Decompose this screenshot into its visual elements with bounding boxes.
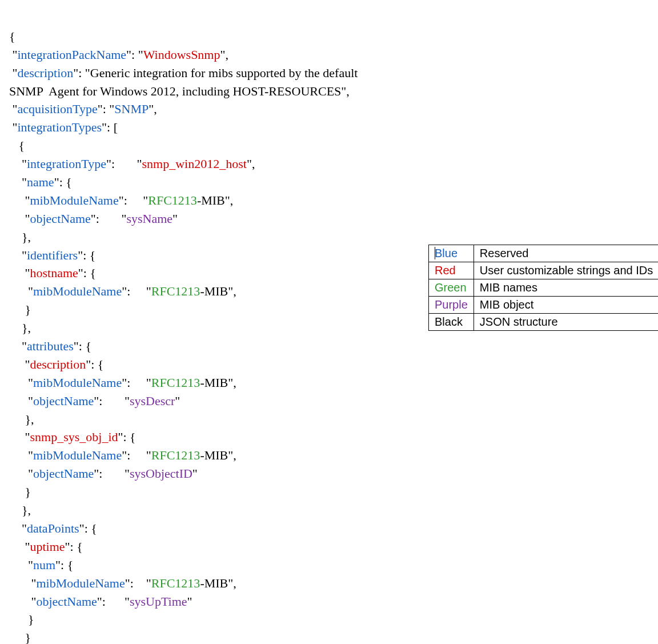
key-integrationPackName: integrationPackName [17,47,126,62]
legend-row-green: Green MIB names [429,279,659,297]
key-mibModuleName: mibModuleName [33,448,122,462]
key-uptime: uptime [30,539,65,554]
legend-row-red: Red User customizable strings and IDs [429,262,659,279]
val-sysObjectID: sysObjectID [130,466,192,481]
val-integrationType: snmp_win2012_host [142,157,247,171]
key-integrationTypes: integrationTypes [17,120,102,134]
val-mib: RFC1213 [151,576,200,590]
val-sysUpTime: sysUpTime [130,594,187,609]
key-num: num [33,558,55,572]
key-description-red: description [30,357,86,371]
key-name: name [27,175,54,189]
legend-desc: MIB names [474,279,658,297]
key-attributes: attributes [27,339,74,353]
legend-desc: User customizable strings and IDs [474,262,658,279]
legend-desc: MIB object [474,297,658,314]
val-mib: RFC1213 [148,193,197,207]
legend-color-label: Blue [429,245,474,262]
val-description-line2: SNMP Agent for Windows 2012, including H… [9,84,341,98]
legend-color-label: Purple [429,297,474,314]
key-snmp-sys-obj-id: snmp_sys_obj_id [30,430,118,444]
legend-row-purple: Purple MIB object [429,297,659,314]
legend-table: Blue Reserved Red User customizable stri… [428,245,658,331]
key-mibModuleName: mibModuleName [33,284,122,298]
key-hostname: hostname [30,266,78,280]
legend-color-label: Green [429,279,474,297]
legend-color-label: Black [429,314,474,331]
key-objectName: objectName [30,211,90,226]
val-integrationPackName: WindowsSnmp [143,47,220,62]
key-mibModuleName: mibModuleName [30,193,118,207]
key-integrationType: integrationType [27,157,106,171]
legend-desc: JSON structure [474,314,658,331]
key-dataPoints: dataPoints [27,521,79,535]
key-objectName: objectName [33,394,94,408]
val-sysDescr: sysDescr [130,394,175,408]
key-description: description [17,66,73,80]
key-mibModuleName: mibModuleName [36,576,125,590]
val-mib: RFC1213 [151,448,200,462]
val-sysName: sysName [126,211,172,226]
legend-row-blue: Blue Reserved [429,245,659,262]
legend-row-black: Black JSON structure [429,314,659,331]
brace: { [9,29,15,43]
key-acquisitionType: acquisitionType [17,102,97,116]
key-identifiers: identifiers [27,248,78,262]
val-description-line1: Generic integration for mibs supported b… [90,66,358,80]
val-acquisitionType: SNMP [114,102,149,116]
key-objectName: objectName [36,594,97,609]
legend-color-label: Red [429,262,474,279]
val-mib: RFC1213 [151,375,200,390]
key-mibModuleName: mibModuleName [33,375,122,390]
val-mib: RFC1213 [151,284,200,298]
key-objectName: objectName [33,466,94,481]
legend-desc: Reserved [474,245,658,262]
